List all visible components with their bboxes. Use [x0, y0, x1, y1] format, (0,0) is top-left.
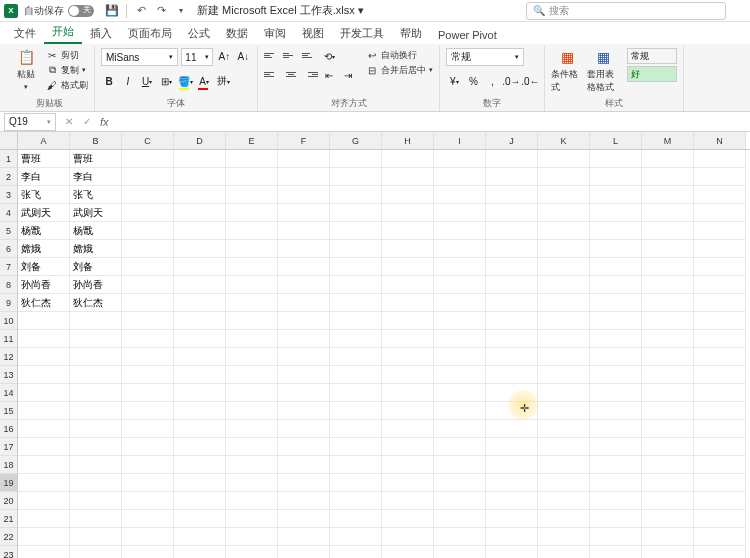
cell[interactable]: [694, 546, 746, 558]
cell[interactable]: [278, 312, 330, 330]
indent-decrease-button[interactable]: ⇤: [321, 67, 337, 83]
cell[interactable]: [330, 456, 382, 474]
select-all-corner[interactable]: [0, 132, 17, 150]
cell[interactable]: [330, 240, 382, 258]
column-header[interactable]: F: [278, 132, 330, 149]
cell[interactable]: [226, 312, 278, 330]
cell[interactable]: [226, 546, 278, 558]
wrap-text-button[interactable]: ↩自动换行: [366, 48, 433, 62]
cell[interactable]: [226, 330, 278, 348]
cell[interactable]: [538, 492, 590, 510]
cell[interactable]: [590, 168, 642, 186]
cell[interactable]: [70, 438, 122, 456]
row-header[interactable]: 18: [0, 456, 17, 474]
cell[interactable]: [174, 258, 226, 276]
align-bottom-button[interactable]: [302, 48, 318, 62]
cell[interactable]: [590, 348, 642, 366]
cell[interactable]: [70, 348, 122, 366]
cell[interactable]: [18, 420, 70, 438]
cell[interactable]: [174, 348, 226, 366]
cell[interactable]: [694, 186, 746, 204]
cell[interactable]: 曹班: [70, 150, 122, 168]
cell[interactable]: [590, 204, 642, 222]
cell[interactable]: [122, 258, 174, 276]
cell[interactable]: [642, 456, 694, 474]
number-format-select[interactable]: 常规▾: [446, 48, 524, 66]
cell[interactable]: 张飞: [70, 186, 122, 204]
cell[interactable]: [538, 384, 590, 402]
undo-icon[interactable]: ↶: [131, 1, 151, 21]
cell[interactable]: [18, 384, 70, 402]
cell[interactable]: [590, 420, 642, 438]
cell[interactable]: [434, 168, 486, 186]
cell[interactable]: [330, 546, 382, 558]
cell[interactable]: [694, 456, 746, 474]
column-header[interactable]: N: [694, 132, 746, 149]
cell[interactable]: [278, 438, 330, 456]
cell[interactable]: [538, 474, 590, 492]
row-header[interactable]: 14: [0, 384, 17, 402]
cell[interactable]: [694, 510, 746, 528]
cell[interactable]: [590, 222, 642, 240]
tab-数据[interactable]: 数据: [218, 23, 256, 44]
cell[interactable]: [538, 312, 590, 330]
cell[interactable]: [330, 420, 382, 438]
cell[interactable]: [122, 402, 174, 420]
cell[interactable]: [642, 258, 694, 276]
cell[interactable]: [278, 384, 330, 402]
cell[interactable]: [122, 348, 174, 366]
document-title[interactable]: 新建 Microsoft Excel 工作表.xlsx ▾: [197, 3, 364, 18]
tab-审阅[interactable]: 审阅: [256, 23, 294, 44]
cell[interactable]: [434, 492, 486, 510]
cell[interactable]: [18, 528, 70, 546]
cell[interactable]: [18, 348, 70, 366]
cell[interactable]: [642, 402, 694, 420]
cell[interactable]: [434, 366, 486, 384]
cell[interactable]: 孙尚香: [70, 276, 122, 294]
enter-icon[interactable]: ✓: [78, 116, 96, 127]
column-header[interactable]: J: [486, 132, 538, 149]
cell[interactable]: 武则天: [70, 204, 122, 222]
indent-increase-button[interactable]: ⇥: [340, 67, 356, 83]
cell[interactable]: [590, 492, 642, 510]
row-header[interactable]: 7: [0, 258, 17, 276]
cell[interactable]: [174, 402, 226, 420]
save-icon[interactable]: 💾: [102, 1, 122, 21]
cell[interactable]: [642, 240, 694, 258]
cell[interactable]: [278, 276, 330, 294]
cell[interactable]: [642, 366, 694, 384]
format-painter-button[interactable]: 🖌格式刷: [46, 78, 88, 92]
cell[interactable]: [278, 528, 330, 546]
cell[interactable]: [174, 456, 226, 474]
cell[interactable]: [642, 294, 694, 312]
cell[interactable]: [694, 474, 746, 492]
column-header[interactable]: D: [174, 132, 226, 149]
row-header[interactable]: 23: [0, 546, 17, 558]
paste-button[interactable]: 📋 粘贴 ▾: [10, 48, 42, 96]
merge-center-button[interactable]: ⊟合并后居中▾: [366, 63, 433, 77]
cell[interactable]: [642, 276, 694, 294]
cell[interactable]: [122, 168, 174, 186]
cell[interactable]: [382, 312, 434, 330]
cell[interactable]: [434, 276, 486, 294]
cell[interactable]: [278, 492, 330, 510]
cell[interactable]: [642, 546, 694, 558]
cell[interactable]: [122, 294, 174, 312]
cell[interactable]: [434, 528, 486, 546]
cell[interactable]: [694, 366, 746, 384]
cell[interactable]: [694, 222, 746, 240]
cell[interactable]: [434, 438, 486, 456]
cell[interactable]: [70, 528, 122, 546]
cell[interactable]: [486, 384, 538, 402]
cell[interactable]: [382, 258, 434, 276]
cell[interactable]: [434, 330, 486, 348]
cell[interactable]: [122, 456, 174, 474]
cell[interactable]: [590, 276, 642, 294]
cell[interactable]: 杨戬: [70, 222, 122, 240]
cell[interactable]: [18, 456, 70, 474]
qat-customize-icon[interactable]: ▾: [171, 1, 191, 21]
row-header[interactable]: 8: [0, 276, 17, 294]
row-header[interactable]: 3: [0, 186, 17, 204]
cell[interactable]: [278, 204, 330, 222]
cell[interactable]: [122, 222, 174, 240]
